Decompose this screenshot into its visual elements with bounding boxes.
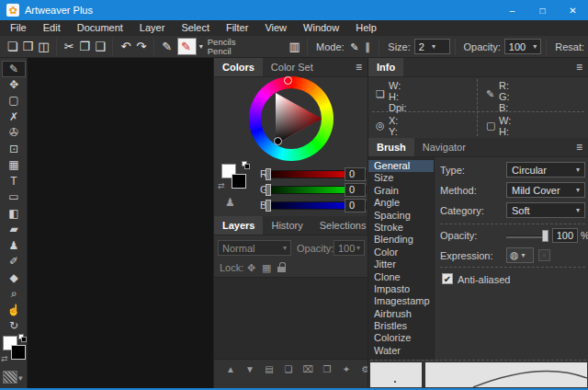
tab-brush[interactable]: Brush (368, 138, 414, 156)
new-layer-icon[interactable]: ❏ (281, 364, 296, 374)
brush-selector[interactable]: Pencils Pencil (208, 38, 236, 56)
brush-category-item[interactable]: Grain (368, 185, 434, 197)
duplicate-layer-icon[interactable]: ❐ (320, 364, 334, 374)
pattern-swatch[interactable] (3, 371, 17, 384)
clone-stamp-tool[interactable]: ♟ (2, 238, 26, 255)
tab-layers[interactable]: Layers (214, 216, 263, 235)
layer-down-icon[interactable]: ▼ (243, 364, 257, 374)
brush-category-item[interactable]: General (368, 160, 434, 172)
new-group-icon[interactable]: ▤ (262, 364, 277, 374)
blend-mode-dropdown[interactable]: Normal ▾ (218, 240, 291, 256)
brush-category-item[interactable]: Bristles (368, 320, 434, 332)
slice-tool[interactable]: ▦ (2, 157, 26, 174)
tab-history[interactable]: History (263, 216, 311, 235)
menu-filter[interactable]: Filter (218, 20, 256, 36)
cut-icon[interactable]: ✂ (62, 37, 77, 57)
edit-brush-icon[interactable]: ✎ (159, 37, 175, 57)
menu-file[interactable]: File (2, 20, 35, 36)
layer-opacity-dropdown[interactable]: 100 ▾ (334, 240, 365, 256)
tab-colors[interactable]: Colors (214, 58, 263, 76)
delete-layer-icon[interactable]: ⌧ (300, 364, 315, 374)
background-color-swatch[interactable] (11, 345, 26, 360)
swap-colors-icon[interactable]: ⇄ (1, 354, 8, 363)
default-colors-icon-bg[interactable] (21, 337, 27, 342)
lock-pixels-icon[interactable]: ▦ (262, 262, 271, 274)
eraser-tool[interactable]: ▰ (2, 222, 26, 238)
menu-window[interactable]: Window (295, 20, 347, 36)
tab-info[interactable]: Info (368, 58, 403, 76)
blue-slider-handle[interactable] (266, 200, 271, 212)
red-value[interactable]: 0 (345, 167, 366, 181)
shape-tool[interactable]: ▭ (2, 189, 26, 206)
rotate-tool[interactable]: ↻ (2, 318, 26, 335)
new-document-icon[interactable]: ❏ (5, 37, 20, 57)
brush-category-item[interactable]: Jitter (368, 258, 434, 270)
brush-category-item[interactable]: Color (368, 247, 434, 258)
redo-icon[interactable]: ↷ (133, 37, 149, 57)
hue-marker[interactable] (284, 76, 292, 85)
info-panel-menu-icon[interactable]: ≡ (576, 61, 582, 74)
brush-opacity-slider-track[interactable] (506, 235, 547, 238)
menu-document[interactable]: Document (69, 20, 131, 36)
panel-toggle-icon[interactable]: ▥ (287, 37, 302, 57)
lock-all-icon[interactable] (277, 262, 287, 272)
paste-icon[interactable]: ❑ (93, 37, 108, 57)
menu-view[interactable]: View (256, 20, 295, 36)
copy-icon[interactable]: ❐ (77, 37, 93, 57)
expression-dropdown[interactable]: ◍ ▾ (506, 247, 534, 263)
colors-panel-menu-icon[interactable]: ≡ (356, 61, 362, 74)
crop-tool[interactable]: ⊡ (2, 142, 26, 158)
red-slider-handle[interactable] (266, 168, 271, 180)
menu-layer[interactable]: Layer (131, 20, 174, 36)
pen-tool[interactable]: ✐ (2, 254, 26, 270)
brush-category-item[interactable]: Stroke (368, 222, 434, 234)
tab-color-set[interactable]: Color Set (263, 58, 322, 76)
layer-up-icon[interactable]: ▲ (223, 364, 238, 374)
tab-selections[interactable]: Selections (311, 216, 375, 235)
brush-category-item[interactable]: Size (368, 172, 434, 184)
move-tool[interactable]: ✥ (2, 77, 26, 94)
brush-category-item[interactable]: Impasto (368, 283, 434, 295)
brush-opacity-value[interactable]: 100 (552, 228, 578, 243)
blue-value[interactable]: 0 (345, 199, 366, 212)
rect-select-tool[interactable]: ▢ (2, 93, 26, 109)
color-marker[interactable] (274, 137, 282, 145)
brush-category-item[interactable]: Imagestamp (368, 295, 434, 307)
fill-tool[interactable]: ◆ (2, 270, 26, 287)
lock-position-icon[interactable]: ✥ (247, 262, 255, 274)
close-button[interactable]: ✕ (558, 0, 588, 20)
brush-category-item[interactable]: Colorize (368, 332, 434, 344)
pattern-chevron-icon[interactable]: ▾ (18, 373, 23, 383)
type-dropdown[interactable]: Circular ▾ (506, 162, 585, 178)
layers-list[interactable] (214, 277, 368, 360)
brush-preview-thumbnail[interactable]: ✎ (177, 38, 197, 55)
brush-opacity-slider-handle[interactable] (542, 230, 548, 242)
text-tool[interactable]: T (2, 174, 26, 190)
category-dropdown[interactable]: Soft ▾ (506, 202, 585, 218)
minimize-button[interactable]: – (497, 0, 527, 20)
mode-lines-icon[interactable]: ∥ (361, 37, 374, 57)
brush-category-item[interactable]: Clone (368, 271, 434, 283)
method-dropdown[interactable]: Mild Cover ▾ (506, 182, 585, 198)
open-icon[interactable]: ❒ (20, 37, 36, 57)
zoom-tool[interactable]: ⌕ (2, 286, 26, 303)
green-slider-handle[interactable] (266, 184, 271, 196)
brush-category-item[interactable]: Water (368, 345, 434, 357)
mode-freehand-icon[interactable]: ✎ (348, 37, 361, 57)
size-dropdown[interactable]: 2 ▾ (414, 39, 450, 54)
menu-select[interactable]: Select (173, 20, 218, 36)
magic-wand-tool[interactable]: ✗ (2, 109, 26, 126)
lasso-tool[interactable]: ✇ (2, 125, 26, 142)
brush-panel-menu-icon[interactable]: ≡ (576, 141, 582, 154)
brush-category-item[interactable]: Spacing (368, 210, 434, 222)
brush-category-item[interactable]: Airbrush (368, 308, 434, 320)
layer-effects-icon[interactable]: ✦ (339, 364, 354, 374)
save-icon[interactable]: ◫ (36, 37, 51, 57)
green-value[interactable]: 0 (345, 183, 366, 197)
brush-selector-chevron-icon[interactable]: ▾ (197, 42, 206, 51)
antialiased-checkbox[interactable]: ✔ (442, 273, 453, 284)
canvas-area[interactable] (28, 58, 213, 388)
undo-icon[interactable]: ↶ (118, 37, 133, 57)
menu-help[interactable]: Help (347, 20, 385, 36)
tab-navigator[interactable]: Navigator (414, 138, 474, 156)
